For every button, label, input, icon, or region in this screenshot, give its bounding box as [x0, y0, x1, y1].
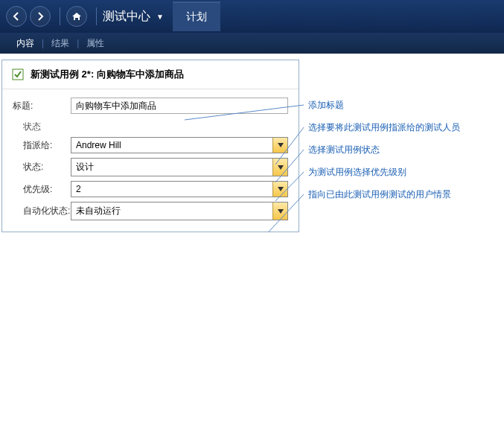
chevron-down-icon[interactable]: [272, 159, 287, 176]
assigned-label: 指派给:: [13, 139, 71, 152]
form-title: 新测试用例 2*: 向购物车中添加商品: [31, 68, 184, 81]
auto-select[interactable]: 未自动运行: [71, 202, 288, 220]
subtab-properties[interactable]: 属性: [79, 37, 112, 50]
chevron-down-icon[interactable]: [272, 202, 287, 220]
callout-select-state: 选择测试用例状态: [308, 144, 380, 156]
assigned-select[interactable]: Andrew Hill: [71, 137, 288, 153]
back-button[interactable]: [6, 6, 27, 27]
chevron-down-icon[interactable]: [272, 182, 287, 197]
divider: [60, 7, 60, 25]
callout-select-priority: 为测试用例选择优先级别: [308, 167, 406, 178]
title-label: 标题:: [13, 100, 71, 112]
state-section-label: 状态: [2, 116, 299, 135]
callout-point-user: 指向已由此测试用例测试的用户情景: [308, 189, 451, 200]
subtab-content[interactable]: 内容: [9, 37, 42, 50]
brand-title: 测试中心: [103, 9, 150, 25]
priority-label: 优先级:: [13, 183, 71, 196]
callout-select-tester: 选择要将此测试用例指派给的测试人员: [308, 122, 460, 133]
brand-dropdown[interactable]: ▼: [156, 13, 164, 21]
divider: [96, 7, 97, 25]
title-input[interactable]: [71, 98, 288, 114]
status-select[interactable]: 设计: [71, 158, 288, 176]
tab-plan[interactable]: 计划: [173, 1, 220, 31]
subtab-results[interactable]: 结果: [44, 37, 77, 50]
status-label: 状态:: [13, 161, 71, 173]
forward-button[interactable]: [30, 6, 51, 27]
home-button[interactable]: [66, 6, 87, 27]
chevron-down-icon[interactable]: [272, 138, 287, 153]
auto-label: 自动化状态:: [13, 205, 71, 217]
priority-select[interactable]: 2: [71, 181, 288, 197]
test-case-form: 新测试用例 2*: 向购物车中添加商品 标题: 状态 指派给: Andrew H…: [1, 60, 299, 232]
new-test-icon: [11, 68, 25, 81]
callout-add-title: 添加标题: [308, 100, 344, 111]
